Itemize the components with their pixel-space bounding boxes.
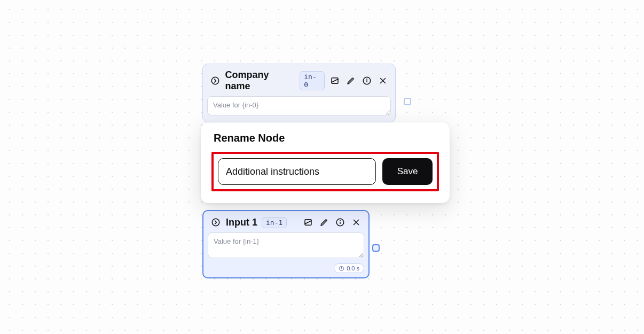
arrow-circle-icon — [209, 75, 221, 87]
svg-point-0 — [211, 77, 219, 84]
rename-input[interactable] — [218, 158, 376, 185]
node-header-icons — [302, 216, 362, 228]
save-button[interactable]: Save — [382, 158, 433, 185]
node-output-handle[interactable] — [372, 244, 380, 252]
close-icon[interactable] — [350, 216, 362, 228]
node-tag-badge: in-0 — [300, 71, 325, 90]
node-company-name[interactable]: Company name in-0 — [202, 64, 396, 122]
node-output-handle[interactable] — [404, 98, 411, 105]
node-header-left: Company name in-0 — [209, 69, 325, 92]
node-title: Company name — [225, 69, 296, 92]
rename-node-dialog: Rename Node Save — [201, 122, 450, 203]
edit-icon[interactable] — [345, 75, 357, 87]
node-value-input[interactable] — [208, 232, 364, 258]
node-title: Input 1 — [226, 217, 257, 228]
node-tag-badge: in-1 — [262, 217, 287, 228]
execution-time-value: 0.0 s — [347, 265, 359, 271]
node-header: Input 1 in-1 — [208, 215, 364, 232]
arrow-circle-icon — [210, 216, 222, 228]
dialog-title: Rename Node — [211, 132, 439, 144]
node-footer: 0.0 s — [208, 260, 364, 273]
node-value-input[interactable] — [207, 96, 391, 115]
edit-icon[interactable] — [318, 216, 330, 228]
svg-point-7 — [212, 219, 219, 226]
info-icon[interactable] — [334, 216, 346, 228]
node-input-1[interactable]: Input 1 in-1 0.0 s — [202, 210, 370, 278]
format-icon[interactable] — [329, 75, 341, 87]
node-header-left: Input 1 in-1 — [210, 216, 298, 228]
highlight-annotation: Save — [211, 152, 439, 191]
svg-point-11 — [340, 221, 341, 221]
svg-point-4 — [367, 79, 367, 80]
close-icon[interactable] — [377, 75, 389, 87]
format-icon[interactable] — [302, 216, 314, 228]
execution-time-badge: 0.0 s — [334, 263, 364, 273]
info-icon[interactable] — [361, 75, 373, 87]
node-header-icons — [329, 75, 389, 87]
node-header: Company name in-0 — [207, 68, 391, 96]
clock-icon — [339, 266, 344, 271]
